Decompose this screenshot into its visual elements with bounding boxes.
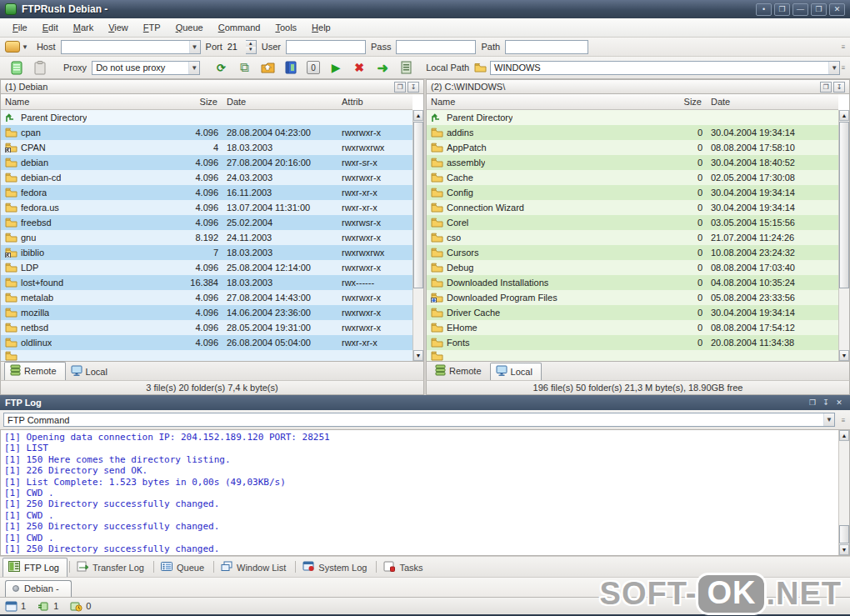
stop-icon[interactable]: ✖ <box>352 60 367 75</box>
scroll-down-icon[interactable]: ▼ <box>413 350 423 361</box>
stay-on-top-button[interactable]: ❐ <box>774 3 790 16</box>
session-tab-debian[interactable]: Debian - <box>5 580 72 597</box>
menu-item-tools[interactable]: Tools <box>268 20 304 35</box>
column-header-attrib[interactable]: Attrib <box>338 97 412 107</box>
dock-tab-system-log[interactable]: System Log <box>298 558 374 577</box>
host-input[interactable]: ▼ <box>61 40 201 54</box>
scroll-up-icon[interactable]: ▲ <box>413 110 423 121</box>
dock-tab-window-list[interactable]: Window List <box>216 558 293 577</box>
file-row[interactable]: Fonts020.08.2004 11:34:38 <box>427 335 838 350</box>
log-close-icon[interactable]: ✕ <box>833 398 845 407</box>
file-row-partial[interactable] <box>427 350 838 361</box>
panel-pin-icon[interactable]: ↧ <box>833 82 845 93</box>
file-row[interactable]: fedora.us4.09613.07.2004 11:31:00rwxr-xr… <box>1 200 412 215</box>
file-row[interactable]: oldlinux4.09626.08.2004 05:04:00rwxr-xr-… <box>1 335 412 350</box>
zero-badge-icon[interactable]: 0 <box>307 61 320 74</box>
file-row[interactable]: gnu8.19224.11.2003rwxrwxr-x <box>1 230 412 245</box>
file-row[interactable]: ibiblio718.03.2003rwxrwxrwx <box>1 245 412 260</box>
panel-pin-icon[interactable]: ↧ <box>408 82 419 93</box>
file-row[interactable]: debian-cd4.09624.03.2003rwxrwxr-x <box>1 170 412 185</box>
file-row[interactable]: AppPatch008.08.2004 17:58:10 <box>427 140 838 155</box>
toolbar-overflow-icon[interactable]: ≡ <box>838 43 848 51</box>
local-path-select[interactable]: WINDOWS▼ <box>490 61 840 75</box>
parent-directory-row[interactable]: Parent Directory <box>1 110 412 125</box>
transfer-mode-icon[interactable]: ⟳ <box>213 60 228 75</box>
column-header-name[interactable]: Name <box>1 97 168 107</box>
column-header-size[interactable]: Size <box>168 97 222 107</box>
dock-tab-transfer-log[interactable]: Transfer Log <box>72 558 152 577</box>
scroll-up-icon[interactable]: ▲ <box>839 110 849 121</box>
file-row[interactable]: LDP4.09625.08.2004 12:14:00rwxrwxr-x <box>1 260 412 275</box>
file-row[interactable]: assembly030.04.2004 18:40:52 <box>427 155 838 170</box>
list-scrollbar[interactable]: ▲▼ <box>838 110 849 361</box>
menu-item-queue[interactable]: Queue <box>168 20 211 35</box>
file-row[interactable]: Corel003.05.2004 15:15:56 <box>427 215 838 230</box>
file-row[interactable]: Connection Wizard030.04.2004 19:34:14 <box>427 200 838 215</box>
parent-directory-row[interactable]: Parent Directory <box>427 110 838 125</box>
log-scrollbar[interactable]: ▲ ▼ <box>838 430 849 555</box>
scroll-up-icon[interactable]: ▲ <box>839 430 849 441</box>
ftp-command-dropdown-icon[interactable]: ▼ <box>823 413 834 426</box>
file-row[interactable]: Cache002.05.2004 17:30:08 <box>427 170 838 185</box>
menu-item-help[interactable]: Help <box>304 20 338 35</box>
pass-input[interactable] <box>396 40 476 54</box>
menu-item-mark[interactable]: Mark <box>66 20 101 35</box>
scroll-down-icon[interactable]: ▼ <box>839 544 849 555</box>
file-row[interactable]: fedora4.09616.11.2003rwxr-xr-x <box>1 185 412 200</box>
file-row[interactable]: CPAN418.03.2003rwxrwxrwx <box>1 140 412 155</box>
toolbar-overflow-icon[interactable]: ≡ <box>838 64 848 72</box>
file-row[interactable]: metalab4.09627.08.2004 14:43:00rwxrwxr-x <box>1 290 412 305</box>
panel-maximize-icon[interactable]: ❐ <box>394 82 406 93</box>
options-button[interactable]: • <box>756 3 772 16</box>
close-button[interactable]: ✕ <box>829 3 845 16</box>
menu-item-command[interactable]: Command <box>211 20 268 35</box>
view-tab-local[interactable]: Local <box>490 363 542 380</box>
column-header-name[interactable]: Name <box>427 97 652 107</box>
file-row[interactable]: Cursors010.08.2004 23:24:32 <box>427 245 838 260</box>
file-row[interactable]: Downloaded Program Files005.08.2004 23:3… <box>427 290 838 305</box>
scroll-thumb[interactable] <box>413 122 423 288</box>
ftp-command-combo[interactable]: FTP Command▼ <box>3 413 835 427</box>
ftp-log-area[interactable]: [1] Opening data connection IP: 204.152.… <box>0 429 850 556</box>
menu-item-view[interactable]: View <box>101 20 136 35</box>
proxy-dropdown-icon[interactable]: ▼ <box>188 62 199 74</box>
scroll-down-icon[interactable]: ▼ <box>839 350 849 361</box>
user-input[interactable] <box>286 40 366 54</box>
column-header-size[interactable]: Size <box>652 97 707 107</box>
log-pin-icon[interactable]: ↧ <box>820 398 832 407</box>
dock-tab-queue[interactable]: Queue <box>156 558 212 577</box>
log-restore-icon[interactable]: ❐ <box>807 398 818 407</box>
scroll-thumb[interactable] <box>839 525 849 543</box>
file-row[interactable]: cso021.07.2004 11:24:26 <box>427 230 838 245</box>
file-row[interactable]: cpan4.09628.08.2004 04:23:00rwxrwxr-x <box>1 125 412 140</box>
file-row[interactable]: debian4.09627.08.2004 20:16:00rwxr-sr-x <box>1 155 412 170</box>
column-header-date[interactable]: Date <box>222 97 338 107</box>
file-row[interactable]: mozilla4.09614.06.2004 23:36:00rwxrwxr-x <box>1 305 412 320</box>
port-input[interactable]: 21 <box>228 42 246 52</box>
clipboard-icon[interactable] <box>32 60 48 75</box>
address-book-icon[interactable] <box>283 60 298 75</box>
menu-item-file[interactable]: File <box>5 20 35 35</box>
file-row[interactable]: Debug008.08.2004 17:03:40 <box>427 260 838 275</box>
menu-item-ftp[interactable]: FTP <box>136 20 168 35</box>
view-tab-local[interactable]: Local <box>66 363 116 380</box>
port-stepper[interactable]: ▲▼ <box>246 40 257 54</box>
log-toolbar-overflow-icon[interactable]: ≡ <box>838 416 848 423</box>
upload-folder-icon[interactable] <box>260 60 275 75</box>
file-row[interactable]: Downloaded Installations004.08.2004 10:3… <box>427 275 838 290</box>
view-tab-remote[interactable]: Remote <box>430 363 490 380</box>
path-input[interactable] <box>505 40 588 54</box>
list-scrollbar[interactable]: ▲▼ <box>412 110 423 361</box>
view-tab-remote[interactable]: Remote <box>4 362 66 380</box>
dock-tab-ftp-log[interactable]: FTP Log <box>2 558 68 577</box>
spin-down-icon[interactable]: ▼ <box>246 47 256 53</box>
panel-maximize-icon[interactable]: ❐ <box>820 82 832 93</box>
column-header-date[interactable]: Date <box>707 97 838 107</box>
start-transfer-icon[interactable]: ▶ <box>328 60 343 75</box>
file-row[interactable]: Driver Cache030.04.2004 19:34:14 <box>427 305 838 320</box>
file-row-partial[interactable] <box>1 350 412 361</box>
quick-connect-icon[interactable] <box>5 41 20 53</box>
spin-up-icon[interactable]: ▲ <box>246 41 256 48</box>
go-icon[interactable]: ➜ <box>375 60 390 75</box>
file-row[interactable]: lost+found16.38418.03.2003rwx------ <box>1 275 412 290</box>
